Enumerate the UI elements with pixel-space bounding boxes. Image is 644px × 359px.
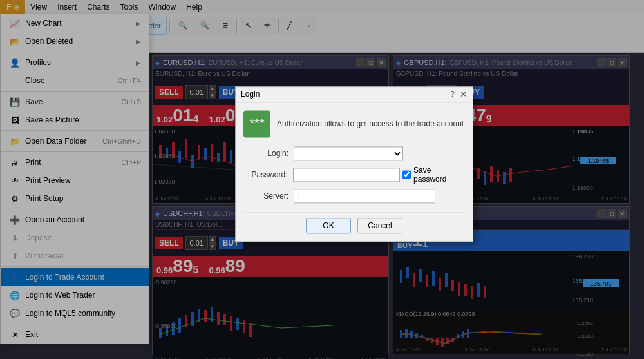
dialog-titlebar: Login ? ✕	[236, 87, 473, 102]
password-label: Password:	[243, 170, 288, 179]
dialog-icon: ***	[243, 110, 270, 137]
server-input[interactable]	[294, 189, 435, 203]
login-dialog: Login ? ✕ *** Authorization allows to ge…	[235, 86, 473, 242]
login-row: Login:	[243, 146, 465, 160]
dialog-body: *** Authorization allows to get access t…	[236, 102, 473, 241]
password-input[interactable]	[293, 168, 401, 182]
dialog-close-btn[interactable]: ✕	[460, 89, 468, 99]
dialog-header: *** Authorization allows to get access t…	[243, 110, 465, 137]
dialog-cancel-btn[interactable]: Cancel	[357, 218, 402, 233]
dialog-title: Login	[241, 90, 260, 99]
save-password-label: Save password	[402, 166, 465, 184]
dialog-footer: OK Cancel	[243, 212, 465, 233]
dialog-overlay[interactable]: Login ? ✕ *** Authorization allows to ge…	[0, 0, 644, 359]
dialog-description: Authorization allows to get access to th…	[277, 119, 464, 128]
dialog-ok-btn[interactable]: OK	[306, 218, 351, 233]
login-label: Login:	[243, 149, 289, 158]
save-password-checkbox[interactable]	[402, 170, 411, 179]
login-select[interactable]	[294, 146, 403, 160]
server-label: Server:	[243, 191, 289, 200]
password-row: Password: Save password	[243, 166, 465, 184]
server-row: Server:	[243, 189, 465, 203]
